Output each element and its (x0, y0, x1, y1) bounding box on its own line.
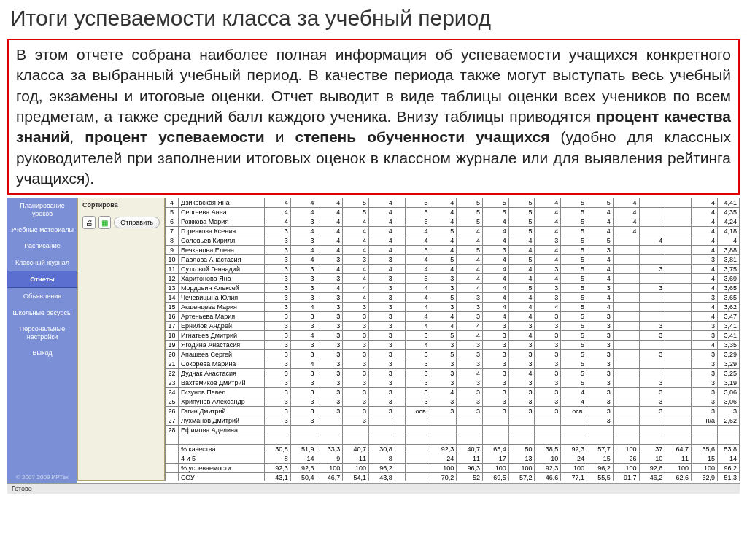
copyright: © 2007-2009 ИРТех (7, 474, 77, 481)
summary-row: % успеваемости92,392,610010096,210096,31… (166, 464, 740, 473)
sidebar-item[interactable]: Классный журнал (7, 254, 77, 271)
sidebar-item[interactable]: Персональные настройки (7, 321, 77, 345)
sidebar-item[interactable]: Планирование уроков (7, 198, 77, 222)
table-row: 11Сутковой Геннадий3344444444354343,75 (166, 265, 740, 274)
sidebar-item[interactable]: Выход (7, 345, 77, 361)
sidebar: Планирование уроковУчебные материалыРасп… (7, 198, 77, 494)
table-row: 14Чечевицына Юлия333434534435433,65 (166, 293, 740, 303)
table-row: 5Сергеева Анна4445454555454444,35 (166, 208, 740, 217)
table-row: 28Ефимова Аделина (166, 426, 740, 435)
table-row: 9Вечканова Елена344445453445343,88 (166, 246, 740, 255)
sidebar-item[interactable]: Школьные ресурсы (7, 305, 77, 321)
table-row: 27Лухманов Дмитрий3333н/а2,62 (166, 416, 740, 426)
table-row: 20Апашеев Сергей3333335333353333,29 (166, 350, 740, 359)
report-screenshot: Планирование уроковУчебные материалыРасп… (7, 198, 740, 494)
sidebar-item[interactable]: Отчеты (7, 271, 77, 288)
table-row: 15Акшенцева Мария343334334445443,62 (166, 303, 740, 312)
table-row: 10Павлова Анастасия343334544545433,81 (166, 255, 740, 265)
table-row: 8Соловьев Кирилл3344444444355444 (166, 236, 740, 246)
sort-label: Сортирова (78, 198, 164, 211)
send-button[interactable]: Отправить (114, 217, 160, 228)
table-row: 23Вахтемиков Дмитрий3333333333353333,19 (166, 378, 740, 388)
description-box: В этом отчете собрана наиболее полная ин… (7, 39, 740, 195)
sidebar-item[interactable]: Объявления (7, 288, 77, 304)
table-row: 13Мордовин Алексей3344343445353343,65 (166, 284, 740, 293)
summary-row: % качества30,851,933,340,730,892,340,765… (166, 445, 740, 454)
table-row: 21Сокорева Марина343333333335333,29 (166, 359, 740, 369)
table-row: 12Харитонова Яна333435344445443,69 (166, 274, 740, 284)
table-row: 17Ернилов Андрей3333344433353333,41 (166, 322, 740, 331)
table-row: 19Ягодина Анастасия333334333335343,35 (166, 341, 740, 350)
summary-row: СОУ43,150,446,754,143,870,25269,557,246,… (166, 473, 740, 481)
status-bar: Готово (7, 483, 740, 494)
print-icon[interactable]: 🖨 (82, 216, 96, 229)
page-title: Итоги успеваемости класса за учебный пер… (0, 0, 747, 34)
table-row: 4Дзиковская Яна4445454555455444,41 (166, 198, 740, 208)
table-row: 24Гизунов Павел3333334333343333,06 (166, 388, 740, 397)
table-row: 22Дудчак Анастасия333333343435333,25 (166, 369, 740, 378)
summary-row: 4 и 58149118241117131024152610111514 (166, 454, 740, 464)
table-row: 16Артеньева Мария333334434435343,47 (166, 312, 740, 322)
table-row: 18Игнатьев Дмитрий3433335434353333,41 (166, 331, 740, 341)
table-row: 7Горенкова Ксения3444445445454444,18 (166, 227, 740, 236)
grades-table: 4Дзиковская Яна4445454555455444,415Серге… (165, 198, 740, 481)
table-row: 25Хрипунов Александр3333333333343333,06 (166, 397, 740, 407)
tool-pane: Сортирова 🖨 ▦ Отправить (77, 198, 165, 481)
sidebar-item[interactable]: Расписание (7, 238, 77, 254)
grades-table-wrap: 4Дзиковская Яна4445454555455444,415Серге… (165, 198, 740, 481)
sidebar-item[interactable]: Учебные материалы (7, 222, 77, 238)
table-row: 6Рожкова Мария4344454545454444,24 (166, 217, 740, 227)
excel-icon[interactable]: ▦ (98, 216, 112, 229)
table-row: 26Гагин Дмитрий33333осв.33333осв.3333 (166, 407, 740, 416)
